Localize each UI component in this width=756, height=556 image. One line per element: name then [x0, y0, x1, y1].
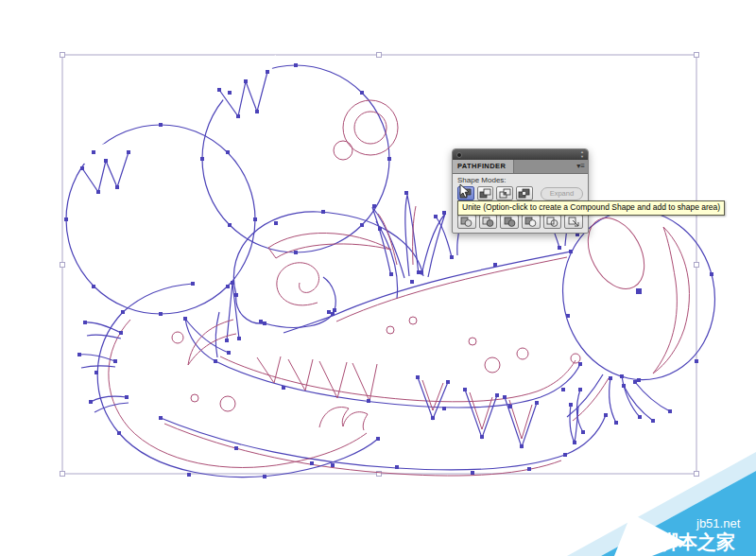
tab-pathfinder[interactable]: PATHFINDER: [453, 160, 514, 173]
merge-icon: [504, 217, 516, 227]
mouse-cursor-icon: [458, 183, 472, 200]
crop-icon: [524, 217, 537, 227]
intersect-button[interactable]: [496, 186, 513, 200]
outline-button[interactable]: [543, 215, 562, 229]
intersect-icon: [499, 188, 511, 199]
shape-modes-label: Shape Modes:: [457, 176, 583, 184]
minus-front-button[interactable]: [477, 186, 494, 200]
minus-back-icon: [568, 217, 580, 227]
outline-icon: [546, 217, 558, 227]
minus-back-button[interactable]: [564, 215, 583, 229]
panel-close-icon[interactable]: [456, 152, 462, 158]
tooltip: Unite (Option-click to create a Compound…: [457, 200, 725, 216]
crop-button[interactable]: [522, 215, 541, 229]
watermark-url: jb51.net: [696, 516, 741, 530]
panel-tab-row: PATHFINDER ▾≡: [453, 160, 588, 174]
exclude-button[interactable]: [516, 186, 533, 200]
trim-button[interactable]: [479, 215, 498, 229]
trim-icon: [482, 217, 494, 227]
divide-icon: [460, 217, 472, 227]
watermark-site-name: 脚本之家: [659, 531, 735, 552]
minus-front-icon: [479, 188, 491, 199]
divide-button[interactable]: [457, 215, 476, 229]
watermark-ribbon: jb51.net 脚本之家: [0, 0, 756, 556]
panel-collapse-icon[interactable]: ▲ ▼: [580, 150, 584, 159]
panel-titlebar[interactable]: ▲ ▼: [453, 149, 588, 160]
expand-button[interactable]: Expand: [541, 187, 583, 200]
merge-button[interactable]: [500, 215, 519, 229]
pathfinder-panel: ▲ ▼ PATHFINDER ▾≡ Shape Modes:: [452, 148, 589, 234]
panel-menu-icon[interactable]: ▾≡: [576, 163, 585, 170]
exclude-icon: [518, 188, 530, 199]
